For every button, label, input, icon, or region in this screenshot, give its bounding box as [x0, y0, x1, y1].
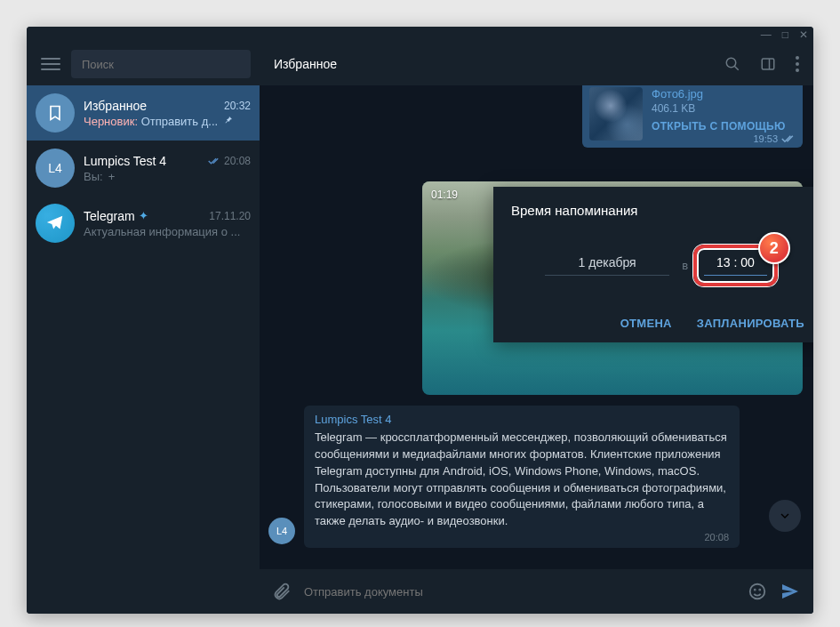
- dialog-title: Время напоминания: [511, 203, 804, 218]
- chat-name: Lumpics Test 4: [84, 154, 166, 168]
- verified-icon: ✦: [139, 209, 148, 222]
- bookmark-icon: [36, 93, 75, 133]
- content-area: Избранное Фото6.jpg 406.1 KB ОТКРЫТЬ С П…: [260, 43, 813, 614]
- sidebar: Избранное 20:32 Черновик: Отправить д...…: [27, 43, 260, 614]
- maximize-button[interactable]: □: [782, 29, 788, 40]
- cancel-button[interactable]: ОТМЕНА: [620, 317, 672, 330]
- file-thumbnail: [589, 87, 643, 141]
- chat-time: 20:08: [208, 155, 251, 167]
- sidebar-toggle-icon[interactable]: [760, 56, 776, 72]
- scroll-down-button[interactable]: [769, 500, 801, 532]
- search-wrap[interactable]: [71, 50, 251, 78]
- chat-name: Telegram ✦: [84, 209, 148, 223]
- time-field-wrap: 13 : 00 2: [700, 250, 771, 281]
- content-header: Избранное: [260, 43, 813, 85]
- chat-name: Избранное: [84, 99, 147, 113]
- emoji-icon[interactable]: [748, 582, 767, 601]
- avatar: L4: [268, 518, 295, 544]
- minimize-button[interactable]: —: [761, 29, 772, 40]
- reminder-dialog: Время напоминания 1 декабря в 13 : 00 2 …: [493, 187, 813, 342]
- svg-point-3: [796, 62, 799, 66]
- main-area: Избранное 20:32 Черновик: Отправить д...…: [27, 43, 813, 614]
- more-icon[interactable]: [796, 56, 799, 72]
- svg-rect-1: [762, 59, 774, 69]
- avatar: L4: [36, 149, 75, 188]
- video-duration: 01:19: [431, 189, 458, 201]
- chat-time: 20:32: [224, 100, 251, 112]
- step-badge: 2: [758, 232, 790, 264]
- chat-title: Избранное: [274, 57, 337, 71]
- pin-icon: [223, 115, 234, 128]
- header-actions: [724, 56, 799, 72]
- at-label: в: [682, 259, 688, 272]
- search-icon[interactable]: [724, 56, 740, 72]
- chevron-down-icon: [778, 509, 792, 523]
- svg-point-5: [750, 584, 765, 599]
- svg-point-4: [796, 68, 799, 72]
- open-with-button[interactable]: ОТКРЫТЬ С ПОМОЩЬЮ: [652, 120, 796, 133]
- sidebar-header: [27, 43, 260, 85]
- menu-button[interactable]: [41, 58, 60, 70]
- chat-time: 17.11.20: [209, 210, 251, 222]
- read-ticks-icon: [208, 157, 220, 165]
- draft-label: Черновик:: [84, 115, 138, 128]
- file-name: Фото6.jpg: [652, 87, 796, 100]
- search-input[interactable]: [82, 58, 240, 71]
- chat-preview: Отправить д...: [141, 115, 219, 128]
- app-window: — □ ✕ Избранное 20:32: [27, 27, 813, 614]
- svg-point-6: [755, 590, 756, 591]
- time-field[interactable]: 13 : 00: [704, 255, 767, 276]
- message-input[interactable]: [304, 585, 735, 599]
- forward-from: Lumpics Test 4: [315, 413, 729, 426]
- chat-preview: +: [108, 170, 116, 183]
- svg-point-0: [726, 58, 736, 68]
- svg-point-2: [796, 56, 799, 60]
- titlebar: — □ ✕: [27, 27, 813, 43]
- message-meta: 19:53: [753, 133, 796, 144]
- send-button[interactable]: [780, 581, 801, 602]
- forwarded-message[interactable]: Lumpics Test 4 Telegram — кроссплатформе…: [304, 406, 740, 548]
- telegram-icon: [36, 204, 75, 243]
- date-field[interactable]: 1 декабря: [545, 255, 669, 276]
- chat-item-saved[interactable]: Избранное 20:32 Черновик: Отправить д...: [27, 85, 260, 141]
- chat-item-lumpics[interactable]: L4 Lumpics Test 4 20:08 Вы: +: [27, 141, 260, 196]
- chat-preview-prefix: Вы:: [84, 170, 103, 183]
- file-message[interactable]: Фото6.jpg 406.1 KB ОТКРЫТЬ С ПОМОЩЬЮ 19:…: [582, 85, 803, 148]
- chat-item-telegram[interactable]: Telegram ✦ 17.11.20 Актуальная информаци…: [27, 196, 260, 251]
- message-text: Telegram — кроссплатформенный мессенджер…: [315, 430, 729, 530]
- compose-bar: [260, 569, 813, 614]
- close-button[interactable]: ✕: [799, 29, 808, 40]
- svg-point-7: [759, 590, 760, 591]
- file-size: 406.1 KB: [652, 102, 796, 115]
- attach-icon[interactable]: [272, 582, 292, 601]
- read-ticks-icon: [781, 134, 796, 143]
- chat-preview: Актуальная информация о ...: [84, 225, 251, 238]
- schedule-button[interactable]: ЗАПЛАНИРОВАТЬ: [697, 317, 804, 330]
- chat-list: Избранное 20:32 Черновик: Отправить д...…: [27, 85, 260, 614]
- message-time: 20:08: [315, 532, 729, 543]
